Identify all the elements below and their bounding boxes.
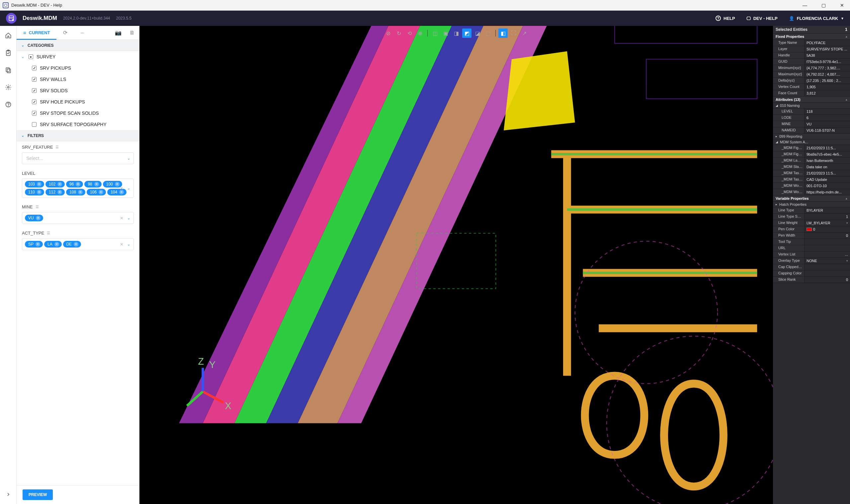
chip-remove-icon[interactable]: ✕ [36,242,40,247]
preview-button[interactable]: PREVIEW [22,489,53,500]
reporting-subgroup[interactable]: ▸099 Reporting [773,134,850,139]
property-row[interactable]: Line TypeBYLAYER [773,208,850,214]
filter-chip[interactable]: 104✕ [107,189,126,195]
property-value[interactable]: 21/02/2023 11:5... [804,170,850,176]
rotate-icon[interactable]: ⟲ [405,29,414,38]
property-row[interactable]: Capping Color [773,270,850,277]
window-close-button[interactable]: ✕ [837,3,847,8]
property-value[interactable]: {4,774.777 ; 3,982.... [804,65,850,71]
property-row[interactable]: Vertex Count1,905 [773,84,850,90]
clear-icon[interactable]: ✕ [120,242,123,247]
filter-chip[interactable]: 108✕ [66,189,85,195]
property-value[interactable]: 0 [804,226,850,232]
checkbox[interactable] [32,122,36,127]
gear-icon[interactable] [5,84,12,91]
filter-chip[interactable]: 98✕ [84,181,101,187]
property-value[interactable]: 1,905 [804,84,850,90]
side-scroll[interactable]: ⌄ CATEGORIES ⌄ SURVEY SRV PICKUPSSRV WAL… [17,40,139,504]
orbit-icon[interactable]: ⊕ [415,29,425,38]
tree-leaf[interactable]: SRV HOLE PICKUPS [17,96,139,108]
property-row[interactable]: URL [773,245,850,252]
tab-current[interactable]: ≡ CURRENT [17,26,56,39]
property-value[interactable] [804,270,850,276]
property-row[interactable]: _MDM Figur...21/02/2023 11:5... [773,145,850,151]
clipboard-icon[interactable] [5,49,12,56]
chip-remove-icon[interactable]: ✕ [99,190,103,194]
property-value[interactable] [804,264,850,270]
property-value[interactable]: 5A38 [804,52,850,58]
property-row[interactable]: Delta{xyz}{17.235 ; 25.600 ; 2... [773,78,850,84]
copy-icon[interactable] [5,66,12,74]
chip-remove-icon[interactable]: ✕ [37,182,41,186]
property-value[interactable]: BYLAYER [804,208,850,213]
property-row[interactable]: NAMEIDVU6-118-ST07-N [773,127,850,134]
property-row[interactable]: Slice Rank0 [773,277,850,283]
tab-refresh[interactable]: ⟳ [56,26,74,39]
fixed-properties-group[interactable]: Fixed Properties ▴ [773,34,850,40]
filter-chip[interactable]: 102✕ [46,181,65,187]
property-value[interactable]: 118 [804,108,850,114]
clear-icon[interactable]: ✕ [120,216,123,221]
checkbox[interactable] [32,66,36,70]
property-value[interactable]: f753ebc3-9778-4e1... [804,59,850,65]
tree-leaf[interactable]: SRV SURFACE TOPOGRAPHY [17,119,139,130]
property-row[interactable]: Cap Clipped Solid [773,264,850,270]
property-row[interactable]: Line Type Scale1 [773,214,850,220]
chip-remove-icon[interactable]: ✕ [78,190,83,194]
checkbox[interactable] [32,100,36,104]
property-value[interactable]: Ivan Butterworth [804,158,850,164]
clear-icon[interactable]: ✕ [120,186,123,191]
tree-node-survey[interactable]: ⌄ SURVEY [17,51,139,62]
hatch-subgroup[interactable]: ▸Hatch Properties [773,202,850,208]
property-row[interactable]: Minimum{xyz}{4,774.777 ; 3,982.... [773,65,850,71]
filter-chip[interactable]: 106✕ [87,189,106,195]
property-value[interactable]: 0 [804,233,850,238]
chip-remove-icon[interactable]: ✕ [57,190,62,194]
property-value[interactable]: {17.235 ; 25.600 ; 2... [804,78,850,84]
filter-chip[interactable]: LA✕ [44,241,62,248]
filter-chip[interactable]: 100✕ [103,181,122,187]
view-side-icon[interactable]: ◨ [452,29,461,38]
categories-header[interactable]: ⌄ CATEGORIES [17,40,139,51]
view-front-icon[interactable]: ▣ [441,29,450,38]
refresh-icon[interactable]: ↻ [394,29,403,38]
view-iso-icon[interactable]: ◫ [430,29,439,38]
naming-subgroup[interactable]: ◢010 Naming [773,103,850,108]
expand-rail-icon[interactable] [5,491,12,498]
filter-chip[interactable]: 96✕ [66,181,83,187]
bounding-box-icon[interactable]: ⛶ [509,29,518,38]
property-row[interactable]: Pen Width0 [773,233,850,239]
user-menu[interactable]: 👤 FLORENCIA CLARK ▼ [789,16,844,21]
property-value[interactable]: ... [804,252,850,257]
viewport-3d[interactable]: ⊘ ↻ ⟲ ⊕ ◫ ▣ ◨ ◩ ◪ ⬚ ◧ ⛶ ↗ [139,26,773,504]
property-value[interactable] [804,239,850,245]
property-value[interactable]: CAD Update [804,177,850,182]
filter-chip[interactable]: 110✕ [25,189,44,195]
attributes-group[interactable]: Attributes (13) ▴ [773,96,850,103]
filter-chip[interactable]: 103✕ [25,181,44,187]
filter-chip[interactable]: DE✕ [63,241,81,248]
property-value[interactable]: {4,792.012 ; 4,007.... [804,71,850,77]
property-row[interactable]: _MDM Work...https://help-mdm.de... [773,189,850,195]
level-select[interactable]: 103✕102✕96✕98✕100✕110✕112✕108✕106✕104✕✕ … [22,179,134,198]
property-value[interactable]: VU [804,121,850,127]
filter-chip[interactable]: SP✕ [25,241,43,248]
chip-remove-icon[interactable]: ✕ [37,190,41,194]
property-row[interactable]: _MDM Figur...9ba9a7c5-ebec-4e5... [773,151,850,158]
help-circle-icon[interactable] [5,101,12,108]
property-row[interactable]: Tool Tip [773,239,850,245]
property-row[interactable]: Pen Color0 [773,226,850,233]
mine-select[interactable]: VU✕✕ ⌄ [22,212,134,224]
property-row[interactable]: LODE6 [773,115,850,121]
home-icon[interactable] [5,32,12,39]
property-value[interactable]: 001-DTO-10 [804,183,850,189]
share-icon[interactable]: ↗ [520,29,529,38]
property-value[interactable]: Data take on [804,164,850,170]
checkbox[interactable] [32,88,36,93]
property-row[interactable]: _MDM Stag...Data take on [773,164,850,170]
window-maximize-button[interactable]: ▢ [818,3,829,8]
property-row[interactable]: LEVEL118 [773,108,850,115]
tree-leaf[interactable]: SRV WALLS [17,74,139,85]
chip-remove-icon[interactable]: ✕ [74,242,79,247]
property-row[interactable]: Type NamePOLYFACE [773,40,850,46]
